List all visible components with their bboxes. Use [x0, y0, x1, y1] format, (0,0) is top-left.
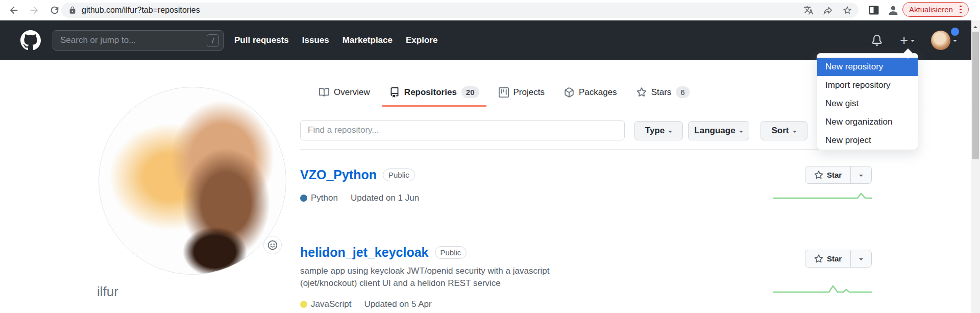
nav-marketplace[interactable]: Marketplace	[342, 35, 393, 45]
find-repository-input[interactable]	[300, 120, 625, 140]
star-action[interactable]: Star	[805, 166, 850, 183]
book-icon	[319, 87, 329, 98]
tab-repositories[interactable]: Repositories 20	[382, 77, 486, 107]
chevron-down-icon	[668, 131, 672, 135]
page-scrollbar[interactable]	[971, 20, 980, 313]
repo-divider	[300, 149, 872, 150]
tab-overview[interactable]: Overview	[312, 77, 377, 107]
browser-update-button[interactable]: Aktualisieren	[902, 2, 969, 17]
header-avatar[interactable]	[931, 31, 950, 50]
url-text[interactable]: github.com/ilfur?tab=repositories	[82, 6, 794, 15]
repo-divider	[300, 226, 872, 226]
tab-stars[interactable]: Stars 6	[629, 77, 697, 107]
repositories-count-badge: 20	[461, 86, 479, 98]
github-search-input[interactable]	[60, 35, 207, 45]
tab-label: Packages	[579, 87, 617, 98]
language-dot	[300, 195, 307, 202]
back-icon[interactable]	[8, 5, 19, 16]
menu-item-import-repository[interactable]: Import repository	[817, 76, 918, 94]
sort-filter-label: Sort	[772, 126, 789, 136]
nav-pull-requests[interactable]: Pull requests	[234, 35, 289, 45]
address-bar[interactable]: github.com/ilfur?tab=repositories	[61, 3, 859, 18]
star-button: Star	[805, 250, 872, 268]
create-new-dropdown-menu: New repository Import repository New gis…	[817, 53, 918, 150]
menu-item-new-repository[interactable]: New repository	[817, 58, 918, 76]
sort-filter-button[interactable]: Sort	[761, 121, 807, 140]
tab-projects[interactable]: Projects	[492, 77, 552, 107]
repo-description-line1: sample app using keycloak JWT/openid sec…	[300, 265, 550, 277]
package-icon	[564, 87, 574, 98]
star-button: Star	[805, 166, 872, 184]
create-new-button[interactable]: +	[900, 35, 915, 46]
language-filter-button[interactable]: Language	[688, 121, 749, 140]
plus-icon: +	[900, 35, 908, 46]
github-main-nav: Pull requests Issues Marketplace Explore	[234, 20, 437, 60]
lock-icon	[68, 6, 77, 14]
profile-username: ilfur	[97, 284, 118, 300]
star-button-label: Star	[827, 171, 842, 179]
scrollbar-thumb[interactable]	[972, 32, 979, 159]
repo-icon	[389, 87, 400, 98]
stars-count-badge: 6	[676, 86, 689, 98]
chevron-down-icon	[911, 40, 915, 44]
tab-packages[interactable]: Packages	[557, 77, 624, 107]
github-logo-icon[interactable]	[20, 30, 41, 51]
star-icon	[636, 87, 647, 98]
scrollbar-up-arrow-icon[interactable]	[973, 24, 977, 28]
updated-label: Updated on 5 Apr	[364, 299, 431, 309]
language-label: Python	[311, 193, 338, 203]
menu-item-new-gist[interactable]: New gist	[817, 94, 918, 113]
visibility-badge: Public	[383, 168, 415, 181]
visibility-badge: Public	[435, 246, 467, 259]
set-status-button[interactable]	[263, 236, 282, 254]
language-label: JavaScript	[311, 299, 351, 309]
share-icon[interactable]	[823, 5, 833, 15]
status-dot	[951, 28, 959, 36]
tab-label: Overview	[334, 87, 370, 98]
star-icon	[814, 254, 823, 263]
chevron-down-icon	[953, 40, 957, 44]
profile-avatar	[99, 87, 286, 275]
repo-link-helidon-jet-keycloak[interactable]: helidon_jet_keycloak	[300, 245, 429, 260]
tab-label: Repositories	[404, 87, 457, 98]
bookmark-star-icon[interactable]	[842, 5, 852, 15]
browser-menu-icon[interactable]	[956, 5, 965, 15]
tab-label: Stars	[651, 87, 672, 98]
repo-meta: Python Updated on 1 Jun	[300, 193, 419, 203]
reload-icon[interactable]	[49, 5, 60, 16]
repo-link-vzo-python[interactable]: VZO_Python	[300, 167, 377, 182]
browser-profile-icon[interactable]	[887, 4, 899, 16]
menu-item-new-organization[interactable]: New organization	[817, 113, 918, 131]
github-search-box[interactable]: /	[53, 30, 224, 51]
browser-chrome: github.com/ilfur?tab=repositories Aktual…	[0, 0, 980, 20]
star-dropdown-button[interactable]	[850, 250, 871, 267]
repo-row-title: VZO_Python Public	[300, 167, 415, 182]
tab-label: Projects	[513, 87, 545, 98]
type-filter-button[interactable]: Type	[634, 121, 683, 140]
side-panel-icon[interactable]	[868, 4, 880, 16]
repo-description-line2: (ojet/knockout) client UI and a helidon …	[300, 277, 501, 290]
star-action[interactable]: Star	[805, 250, 850, 267]
chevron-down-icon	[859, 258, 863, 262]
nav-explore[interactable]: Explore	[406, 35, 437, 45]
star-icon	[814, 171, 823, 180]
forward-icon[interactable]	[29, 5, 40, 16]
star-dropdown-button[interactable]	[850, 166, 871, 183]
smiley-icon	[267, 240, 278, 250]
chevron-down-icon	[739, 131, 743, 135]
language-dot	[300, 301, 307, 308]
repo-meta: JavaScript Updated on 5 Apr	[300, 299, 432, 309]
profile-tab-nav: Overview Repositories 20 Projects Packag…	[309, 77, 699, 107]
chevron-down-icon	[859, 175, 863, 179]
star-button-label: Star	[827, 254, 842, 263]
notifications-bell-icon[interactable]	[871, 35, 883, 46]
language-filter-label: Language	[694, 126, 735, 136]
user-menu-button[interactable]	[931, 31, 957, 50]
nav-issues[interactable]: Issues	[302, 35, 329, 45]
type-filter-label: Type	[645, 126, 665, 136]
activity-sparkline	[773, 189, 872, 201]
activity-sparkline	[773, 283, 872, 295]
repo-row-title: helidon_jet_keycloak Public	[300, 245, 467, 260]
menu-item-new-project[interactable]: New project	[817, 131, 918, 150]
translate-icon[interactable]	[803, 5, 814, 15]
